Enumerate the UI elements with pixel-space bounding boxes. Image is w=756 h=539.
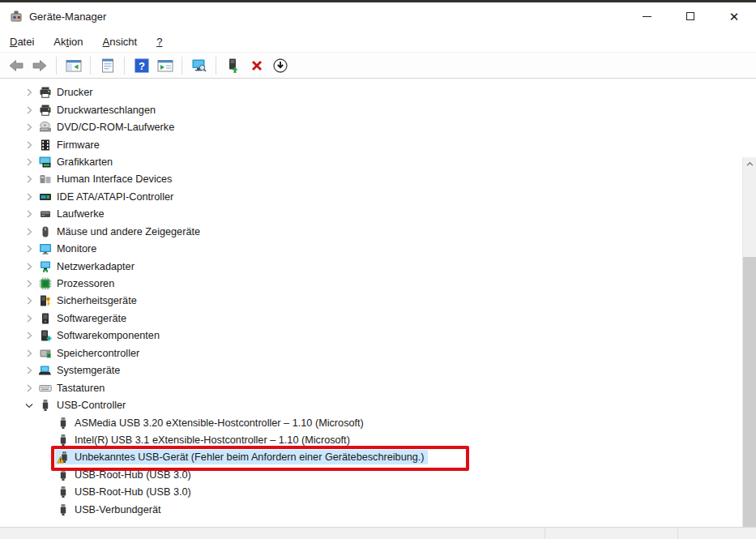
tree-item[interactable]: Prozessoren — [0, 275, 742, 292]
scan-hardware-changes-button[interactable] — [188, 54, 210, 76]
chevron-right-icon[interactable] — [21, 277, 37, 290]
chevron-right-icon[interactable] — [21, 173, 37, 186]
item-content[interactable]: Human Interface Devices — [37, 172, 175, 186]
collapsed-chevron — [21, 294, 37, 307]
item-content[interactable]: IDE ATA/ATAPI-Controller — [37, 190, 177, 204]
tree-item[interactable]: DVD/CD-ROM-Laufwerke — [0, 118, 742, 135]
tree-item[interactable]: IDE ATA/ATAPI-Controller — [0, 188, 742, 205]
update-driver-button[interactable] — [222, 54, 244, 76]
item-content[interactable]: Druckwarteschlangen — [37, 103, 159, 118]
item-content[interactable]: Sicherheitsgeräte — [37, 293, 140, 308]
chevron-right-icon[interactable] — [21, 104, 37, 117]
item-content[interactable]: Speichercontroller — [37, 346, 143, 361]
item-content[interactable]: ASMedia USB 3.20 eXtensible-Hostcontroll… — [55, 416, 367, 430]
tree-item-label: Mäuse und andere Zeigegeräte — [57, 226, 200, 237]
tree-item[interactable]: USB-Root-Hub (USB 3.0) — [0, 484, 742, 501]
chevron-down-icon[interactable] — [21, 399, 37, 412]
tree-item[interactable]: Drucker — [0, 84, 742, 101]
tree-item[interactable]: Netzwerkadapter — [0, 258, 742, 275]
item-content[interactable]: Monitore — [37, 242, 100, 256]
tree-item[interactable]: Systemgeräte — [0, 362, 742, 379]
back-button[interactable] — [5, 54, 27, 76]
chevron-right-icon[interactable] — [21, 242, 37, 255]
vertical-scrollbar[interactable] — [742, 157, 756, 539]
tree-item[interactable]: Laufwerke — [0, 206, 742, 223]
menu-item-help[interactable]: ? — [147, 32, 172, 51]
chevron-right-icon[interactable] — [21, 207, 37, 220]
uninstall-device-button[interactable] — [246, 54, 267, 76]
item-content[interactable]: Grafikkarten — [37, 155, 116, 169]
menu-item-aktion[interactable]: Aktion — [44, 32, 92, 51]
chevron-right-icon[interactable] — [21, 121, 37, 134]
tree-item-selected[interactable]: Unbekanntes USB-Gerät (Fehler beim Anfor… — [0, 449, 742, 466]
chevron-right-icon[interactable] — [21, 312, 37, 325]
chevron-right-icon[interactable] — [21, 294, 37, 307]
action-menu-button[interactable] — [154, 54, 176, 76]
scrollbar-thumb[interactable] — [743, 257, 756, 539]
chevron-right-icon[interactable] — [21, 225, 37, 238]
software-device-glyph — [39, 312, 52, 325]
chevron-right-icon[interactable] — [21, 260, 37, 273]
close-button[interactable]: ✕ — [712, 2, 756, 30]
tree-item[interactable]: ASMedia USB 3.20 eXtensible-Hostcontroll… — [0, 414, 742, 431]
forward-button[interactable] — [28, 54, 50, 76]
tree-item[interactable]: Monitore — [0, 240, 742, 257]
tree-item-label: USB-Root-Hub (USB 3.0) — [75, 469, 191, 481]
item-content[interactable]: USB-Verbundgerät — [55, 503, 164, 517]
disable-device-button[interactable] — [269, 54, 291, 76]
item-content[interactable]: Softwaregeräte — [37, 311, 130, 326]
show-console-tree-button[interactable] — [62, 54, 84, 76]
tree-item[interactable]: USB-Verbundgerät — [0, 501, 742, 518]
item-content[interactable]: Laufwerke — [37, 207, 108, 221]
item-content[interactable]: Tastaturen — [37, 381, 108, 396]
disk-drive-glyph — [39, 207, 52, 220]
properties-button[interactable] — [96, 54, 118, 76]
item-content[interactable]: Netzwerkadapter — [37, 259, 138, 274]
selected-item-highlight[interactable]: Unbekanntes USB-Gerät (Fehler beim Anfor… — [55, 450, 428, 464]
chevron-right-icon[interactable] — [21, 156, 37, 169]
tree-item[interactable]: USB-Root-Hub (USB 3.0) — [0, 466, 742, 483]
item-content[interactable]: Prozessoren — [37, 276, 117, 291]
tree-item[interactable]: Human Interface Devices — [0, 171, 742, 188]
item-content[interactable]: Firmware — [37, 138, 103, 152]
tree-item[interactable]: USB-Controller — [0, 396, 742, 413]
tree-item[interactable]: Softwarekomponenten — [0, 327, 742, 344]
item-content[interactable]: Systemgeräte — [37, 363, 123, 378]
item-content[interactable]: Drucker — [37, 85, 96, 100]
tree-item[interactable]: Intel(R) USB 3.1 eXtensible-Hostcontroll… — [0, 431, 742, 448]
minimize-button[interactable] — [625, 2, 668, 30]
tree-item[interactable]: Sicherheitsgeräte — [0, 293, 742, 310]
chevron-right-icon[interactable] — [21, 347, 37, 360]
maximize-button[interactable] — [668, 2, 712, 30]
tree-item[interactable]: Firmware — [0, 136, 742, 153]
tree-item[interactable]: Druckwarteschlangen — [0, 101, 742, 118]
update-driver-icon — [225, 58, 241, 74]
chevron-right-icon[interactable] — [21, 329, 37, 342]
tree-item[interactable]: Softwaregeräte — [0, 310, 742, 327]
item-content[interactable]: Softwarekomponenten — [37, 328, 163, 343]
chevron-right-icon[interactable] — [21, 190, 37, 203]
security-device-icon — [39, 294, 52, 307]
item-content[interactable]: USB-Root-Hub (USB 3.0) — [55, 485, 194, 499]
scroll-up-button[interactable] — [743, 157, 756, 171]
item-content[interactable]: USB-Root-Hub (USB 3.0) — [55, 468, 194, 482]
back-icon — [8, 58, 24, 74]
tree-item[interactable]: Grafikkarten — [0, 153, 742, 170]
tree-item[interactable]: Speichercontroller — [0, 344, 742, 361]
chevron-right-icon[interactable] — [21, 86, 37, 99]
help-button[interactable]: ? — [130, 54, 152, 76]
printer-icon — [39, 104, 52, 117]
menu-item-datei[interactable]: Datei — [0, 32, 44, 51]
item-content[interactable]: DVD/CD-ROM-Laufwerke — [37, 120, 177, 135]
tree-item[interactable]: Tastaturen — [0, 379, 742, 396]
tree-item[interactable]: Mäuse und andere Zeigegeräte — [0, 223, 742, 240]
item-content[interactable]: Mäuse und andere Zeigegeräte — [37, 225, 203, 239]
close-icon: ✕ — [729, 11, 740, 23]
item-content[interactable]: USB-Controller — [37, 398, 129, 413]
chevron-right-icon[interactable] — [21, 382, 37, 395]
keyboard-glyph — [39, 382, 52, 395]
menu-item-ansicht[interactable]: Ansicht — [93, 32, 147, 51]
item-content[interactable]: Intel(R) USB 3.1 eXtensible-Hostcontroll… — [55, 433, 353, 447]
chevron-right-icon[interactable] — [21, 364, 37, 377]
chevron-right-icon[interactable] — [21, 139, 37, 152]
